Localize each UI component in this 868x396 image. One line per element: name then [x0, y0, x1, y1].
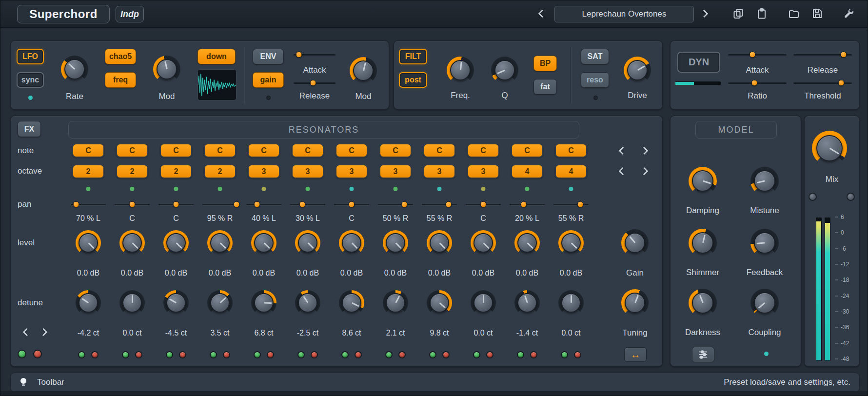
- resonator-enable-led[interactable]: [166, 351, 173, 358]
- octave-button[interactable]: 3: [335, 164, 368, 178]
- level-knob[interactable]: [251, 230, 276, 256]
- detune-knob[interactable]: [427, 290, 452, 316]
- saturation-toggle-button[interactable]: SAT: [581, 49, 609, 64]
- level-knob[interactable]: [383, 230, 408, 256]
- saturation-reso-button[interactable]: reso: [581, 72, 609, 88]
- resonator-mute-led[interactable]: [574, 351, 581, 358]
- pan-slider[interactable]: [422, 201, 457, 208]
- env-attack-slider[interactable]: [294, 51, 335, 58]
- octave-button[interactable]: 2: [204, 164, 236, 178]
- preset-next-button[interactable]: [698, 7, 710, 20]
- level-knob[interactable]: [295, 230, 320, 256]
- resonator-enable-led[interactable]: [429, 351, 436, 358]
- settings-wrench-icon[interactable]: [841, 6, 856, 21]
- note-button[interactable]: C: [423, 143, 455, 158]
- detune-knob[interactable]: [163, 290, 189, 316]
- level-knob[interactable]: [76, 230, 101, 256]
- open-preset-icon[interactable]: [787, 6, 801, 21]
- pan-slider[interactable]: [202, 201, 237, 208]
- level-knob[interactable]: [163, 230, 189, 256]
- note-button[interactable]: C: [555, 143, 587, 158]
- detune-knob[interactable]: [514, 290, 540, 316]
- lfo-waveform-display[interactable]: [197, 69, 237, 100]
- level-knob[interactable]: [339, 230, 364, 256]
- octave-button[interactable]: 2: [116, 164, 148, 178]
- note-button[interactable]: C: [467, 143, 499, 158]
- env-gain-target-button[interactable]: gain: [253, 72, 284, 88]
- dyn-ratio-slider[interactable]: [728, 79, 787, 86]
- resonator-mute-led[interactable]: [267, 351, 274, 358]
- level-knob[interactable]: [471, 230, 496, 256]
- model-knob[interactable]: [689, 229, 717, 257]
- detune-knob[interactable]: [295, 290, 320, 316]
- detune-knob[interactable]: [558, 290, 584, 316]
- note-shift-left-button[interactable]: [616, 144, 629, 157]
- note-shift-right-button[interactable]: [638, 144, 651, 157]
- paste-icon[interactable]: [754, 6, 769, 21]
- pan-slider[interactable]: [553, 201, 589, 208]
- lfo-sync-button[interactable]: sync: [17, 72, 44, 88]
- octave-shift-left-button[interactable]: [616, 165, 629, 178]
- octave-button[interactable]: 3: [248, 164, 280, 178]
- octave-button[interactable]: 2: [72, 164, 104, 178]
- level-knob[interactable]: [558, 230, 584, 256]
- model-knob[interactable]: [689, 289, 717, 317]
- resonator-mute-led[interactable]: [442, 351, 450, 358]
- note-button[interactable]: C: [292, 143, 324, 158]
- resonator-mute-led[interactable]: [91, 351, 99, 358]
- resonator-enable-led[interactable]: [78, 351, 85, 358]
- lfo-chaos-mode-button[interactable]: chao5: [105, 49, 136, 64]
- model-knob[interactable]: [750, 167, 779, 195]
- resonator-mute-led[interactable]: [398, 351, 406, 358]
- detune-knob[interactable]: [251, 290, 276, 316]
- lfo-direction-button[interactable]: down: [197, 49, 236, 64]
- octave-button[interactable]: 4: [555, 164, 587, 178]
- lfo-toggle-button[interactable]: LFO: [17, 49, 44, 64]
- env-release-slider[interactable]: [294, 79, 335, 86]
- pan-slider[interactable]: [115, 201, 150, 208]
- pan-slider[interactable]: [246, 201, 281, 208]
- dyn-release-slider[interactable]: [793, 51, 852, 58]
- pan-slider[interactable]: [71, 201, 106, 208]
- pan-slider[interactable]: [290, 201, 325, 208]
- resonator-enable-led[interactable]: [561, 351, 568, 358]
- detune-knob[interactable]: [207, 290, 233, 316]
- pan-slider[interactable]: [158, 201, 194, 208]
- detune-knob[interactable]: [119, 290, 145, 316]
- resonator-enable-led[interactable]: [122, 351, 129, 358]
- env-toggle-button[interactable]: ENV: [253, 49, 284, 64]
- level-knob[interactable]: [207, 230, 233, 256]
- resonator-enable-led[interactable]: [517, 351, 524, 358]
- resonator-mute-led[interactable]: [135, 351, 142, 358]
- mix-knob[interactable]: [812, 131, 847, 166]
- master-mute-led[interactable]: [33, 350, 42, 358]
- brand-logo[interactable]: Indp: [116, 6, 144, 22]
- saturation-drive-knob[interactable]: [624, 57, 651, 84]
- filter-toggle-button[interactable]: FILT: [399, 49, 427, 64]
- resonator-mute-led[interactable]: [179, 351, 186, 358]
- note-button[interactable]: C: [511, 143, 543, 158]
- note-button[interactable]: C: [335, 143, 368, 158]
- resonator-enable-led[interactable]: [254, 351, 261, 358]
- detune-knob[interactable]: [339, 290, 364, 316]
- filter-q-knob[interactable]: [491, 57, 518, 84]
- octave-button[interactable]: 3: [292, 164, 324, 178]
- resonator-enable-led[interactable]: [210, 351, 217, 358]
- level-knob[interactable]: [427, 230, 452, 256]
- resonators-tuning-knob[interactable]: [621, 289, 649, 317]
- save-preset-icon[interactable]: [810, 6, 825, 21]
- lfo-rate-knob[interactable]: [61, 56, 88, 83]
- dyn-threshold-slider[interactable]: [793, 79, 852, 86]
- lfo-freq-mode-button[interactable]: freq: [105, 72, 136, 88]
- filter-freq-knob[interactable]: [447, 57, 474, 84]
- detune-knob[interactable]: [76, 290, 101, 316]
- dyn-attack-slider[interactable]: [728, 51, 787, 58]
- level-knob[interactable]: [514, 230, 540, 256]
- filter-fat-button[interactable]: fat: [533, 79, 557, 95]
- resonator-enable-led[interactable]: [473, 351, 480, 358]
- octave-button[interactable]: 3: [379, 164, 412, 178]
- note-button[interactable]: C: [72, 143, 104, 158]
- pan-slider[interactable]: [378, 201, 413, 208]
- filter-post-button[interactable]: post: [399, 72, 427, 88]
- output-trim-right-knob[interactable]: [847, 193, 855, 201]
